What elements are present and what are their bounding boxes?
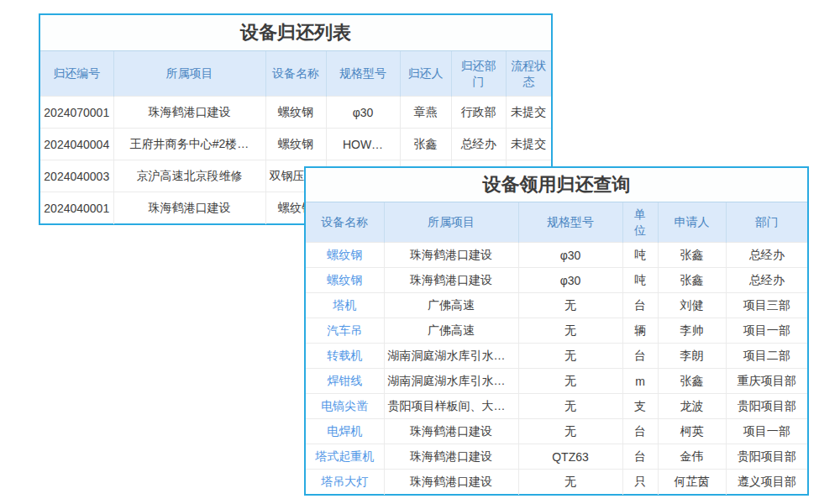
table-cell: 无: [518, 419, 622, 444]
device-name-link[interactable]: 螺纹钢: [306, 243, 384, 268]
device-name-link[interactable]: 汽车吊: [306, 318, 384, 344]
table-cell: 王府井商务中心#2楼…: [113, 129, 265, 160]
column-header-unit: 单位: [622, 202, 658, 243]
table-cell: 柯英: [658, 419, 726, 444]
column-header-flow-status: 流程状态: [506, 51, 551, 97]
table-cell: 螺纹钢: [265, 129, 326, 160]
table-cell: 张鑫: [400, 129, 451, 160]
device-name-link[interactable]: 塔式起重机: [306, 444, 384, 470]
table-cell: 张鑫: [658, 369, 726, 394]
table-cell: 未提交: [506, 129, 551, 160]
table-row: 螺纹钢珠海鹤港口建设φ30吨张鑫总经办: [306, 243, 807, 268]
table-cell: 2024070001: [40, 97, 113, 129]
table-cell: 珠海鹤港口建设: [384, 268, 518, 293]
table-cell: 金伟: [658, 444, 726, 470]
table-row: 塔式起重机珠海鹤港口建设QTZ63台金伟贵阳项目部: [306, 444, 807, 470]
table-cell: 未提交: [506, 97, 551, 129]
table-cell: 无: [518, 369, 622, 394]
table-cell: 湖南洞庭湖水库引水工程…: [384, 369, 518, 394]
table-row: 焊钳线湖南洞庭湖水库引水工程…无m张鑫重庆项目部: [306, 369, 807, 394]
table-cell: 无: [518, 394, 622, 419]
column-header-spec-model: 规格型号: [326, 51, 400, 97]
table-cell: 只: [622, 470, 658, 495]
table-cell: 吨: [622, 243, 658, 268]
column-header-department: 部门: [726, 202, 807, 243]
table-cell: 李帅: [658, 318, 726, 344]
column-header-returner: 归还人: [400, 51, 451, 97]
column-header-spec-model: 规格型号: [518, 202, 622, 243]
device-name-link[interactable]: 转载机: [306, 344, 384, 369]
query-table-header: 设备名称 所属项目 规格型号 单位 申请人 部门: [306, 202, 807, 243]
table-cell: 珠海鹤港口建设: [384, 444, 518, 470]
table-cell: HOW…: [326, 129, 400, 160]
return-list-title: 设备归还列表: [40, 15, 551, 50]
column-header-device-name: 设备名称: [306, 202, 384, 243]
table-cell: 无: [518, 344, 622, 369]
device-name-link[interactable]: 焊钳线: [306, 369, 384, 394]
table-cell: 吨: [622, 268, 658, 293]
table-cell: 李朗: [658, 344, 726, 369]
query-table-body: 螺纹钢珠海鹤港口建设φ30吨张鑫总经办螺纹钢珠海鹤港口建设φ30吨张鑫总经办塔机…: [306, 243, 807, 495]
return-list-header: 归还编号 所属项目 设备名称 规格型号 归还人 归还部门 流程状态: [40, 51, 551, 97]
column-header-project: 所属项目: [384, 202, 518, 243]
device-name-link[interactable]: 螺纹钢: [306, 268, 384, 293]
table-cell: 螺纹钢: [265, 97, 326, 129]
table-cell: 总经办: [726, 243, 807, 268]
table-cell: 广佛高速: [384, 318, 518, 344]
table-cell: 项目二部: [726, 344, 807, 369]
device-name-link[interactable]: 电镐尖凿: [306, 394, 384, 419]
table-cell: 重庆项目部: [726, 369, 807, 394]
table-row: 塔机广佛高速无台刘健项目三部: [306, 293, 807, 318]
table-row: 汽车吊广佛高速无辆李帅项目一部: [306, 318, 807, 344]
table-cell: φ30: [518, 243, 622, 268]
table-cell: 项目一部: [726, 419, 807, 444]
table-cell: 珠海鹤港口建设: [384, 243, 518, 268]
table-cell: 台: [622, 344, 658, 369]
table-cell: 珠海鹤港口建设: [384, 470, 518, 495]
table-cell: 湖南洞庭湖水库引水工程…: [384, 344, 518, 369]
table-row: 2024070001珠海鹤港口建设螺纹钢φ30章燕行政部未提交: [40, 97, 551, 129]
column-header-return-dept: 归还部门: [451, 51, 506, 97]
table-cell: 贵阳项目部: [726, 444, 807, 470]
table-cell: 总经办: [451, 129, 506, 160]
column-header-return-no: 归还编号: [40, 51, 113, 97]
table-cell: 台: [622, 293, 658, 318]
table-cell: 行政部: [451, 97, 506, 129]
table-cell: 珠海鹤港口建设: [384, 419, 518, 444]
table-cell: 支: [622, 394, 658, 419]
query-panel-title: 设备领用归还查询: [306, 168, 807, 202]
column-header-device-name: 设备名称: [265, 51, 326, 97]
table-cell: QTZ63: [518, 444, 622, 470]
column-header-applicant: 申请人: [658, 202, 726, 243]
table-row: 螺纹钢珠海鹤港口建设φ30吨张鑫总经办: [306, 268, 807, 293]
table-cell: 项目三部: [726, 293, 807, 318]
table-cell: 台: [622, 444, 658, 470]
table-row: 电镐尖凿贵阳项目样板间、大堂、…无支龙波贵阳项目部: [306, 394, 807, 419]
table-cell: 珠海鹤港口建设: [113, 97, 265, 129]
table-cell: 台: [622, 419, 658, 444]
column-header-project: 所属项目: [113, 51, 265, 97]
table-cell: 遵义项目部: [726, 470, 807, 495]
table-cell: 2024040001: [40, 192, 113, 224]
table-cell: 张鑫: [658, 268, 726, 293]
table-row: 转载机湖南洞庭湖水库引水工程…无台李朗项目二部: [306, 344, 807, 369]
device-name-link[interactable]: 塔吊大灯: [306, 470, 384, 495]
table-cell: 珠海鹤港口建设: [113, 192, 265, 224]
table-cell: 辆: [622, 318, 658, 344]
table-cell: 张鑫: [658, 243, 726, 268]
page-background: { "colors": { "accent_border": "#29aae1"…: [0, 0, 840, 504]
table-cell: 广佛高速: [384, 293, 518, 318]
table-cell: 总经办: [726, 268, 807, 293]
table-cell: 无: [518, 470, 622, 495]
table-cell: 刘健: [658, 293, 726, 318]
device-name-link[interactable]: 塔机: [306, 293, 384, 318]
table-cell: 京沪高速北京段维修: [113, 160, 265, 192]
table-cell: 2024040004: [40, 129, 113, 160]
table-row: 2024040004王府井商务中心#2楼…螺纹钢HOW…张鑫总经办未提交: [40, 129, 551, 160]
table-cell: 何芷茵: [658, 470, 726, 495]
table-row: 塔吊大灯珠海鹤港口建设无只何芷茵遵义项目部: [306, 470, 807, 495]
device-name-link[interactable]: 电焊机: [306, 419, 384, 444]
table-cell: φ30: [518, 268, 622, 293]
query-table: 设备名称 所属项目 规格型号 单位 申请人 部门 螺纹钢珠海鹤港口建设φ30吨张…: [306, 202, 807, 495]
query-panel: 设备领用归还查询 设备名称 所属项目 规格型号 单位 申请人 部门 螺纹钢珠海鹤…: [304, 166, 809, 496]
